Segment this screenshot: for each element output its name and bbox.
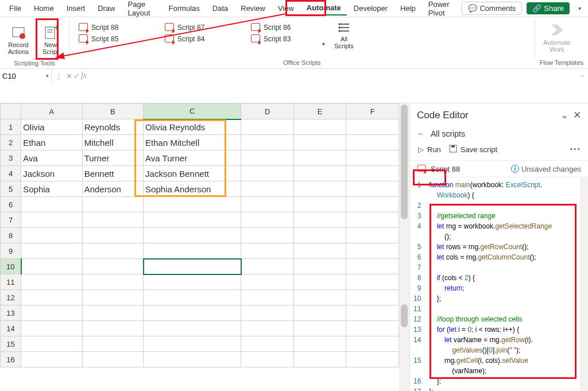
cell[interactable]: Ethan Mitchell: [144, 135, 241, 150]
cell[interactable]: [144, 352, 241, 367]
cell[interactable]: [82, 212, 143, 228]
cell[interactable]: [21, 243, 82, 259]
cell[interactable]: [241, 166, 294, 181]
cell[interactable]: [346, 181, 399, 197]
cell[interactable]: [293, 290, 346, 305]
row-header[interactable]: 8: [1, 228, 21, 243]
cell[interactable]: Ethan: [21, 135, 82, 150]
cell[interactable]: [82, 243, 143, 259]
cell[interactable]: [21, 336, 82, 352]
cell[interactable]: [346, 212, 399, 228]
cell[interactable]: [346, 321, 399, 336]
cell[interactable]: [346, 135, 399, 150]
cell[interactable]: [293, 336, 346, 352]
cell[interactable]: [346, 228, 399, 243]
cell[interactable]: [21, 197, 82, 212]
cell[interactable]: [346, 290, 399, 305]
back-icon[interactable]: ←: [417, 129, 425, 138]
fx-icon[interactable]: fx: [81, 71, 87, 80]
cell[interactable]: [241, 352, 294, 367]
cell[interactable]: [346, 119, 399, 135]
col-header-E[interactable]: E: [293, 104, 346, 119]
tab-draw[interactable]: Draw: [92, 2, 121, 15]
tab-page-layout[interactable]: Page Layout: [122, 0, 162, 20]
cell[interactable]: [346, 243, 399, 259]
cell[interactable]: Olivia: [21, 119, 82, 135]
tab-formulas[interactable]: Formulas: [163, 2, 206, 15]
row-header[interactable]: 5: [1, 181, 21, 197]
row-header[interactable]: 2: [1, 135, 21, 150]
cell[interactable]: [293, 274, 346, 290]
cell[interactable]: [144, 197, 241, 212]
cell[interactable]: [346, 197, 399, 212]
script-item[interactable]: Script 83: [251, 34, 314, 44]
cell[interactable]: [293, 119, 346, 135]
cell[interactable]: [21, 212, 82, 228]
cell[interactable]: [241, 212, 294, 228]
tab-review[interactable]: Review: [235, 2, 271, 15]
row-header[interactable]: 9: [1, 243, 21, 259]
tab-automate[interactable]: Automate: [301, 1, 347, 16]
row-header[interactable]: 12: [1, 290, 21, 305]
cell[interactable]: [346, 305, 399, 321]
scripts-gallery-expand[interactable]: ▾: [319, 18, 328, 53]
cell[interactable]: [144, 274, 241, 290]
col-header-D[interactable]: D: [241, 104, 294, 119]
worksheet[interactable]: A B C D E F 1OliviaReynoldsOlivia Reynol…: [0, 103, 399, 391]
row-header[interactable]: 7: [1, 212, 21, 228]
tab-power-pivot[interactable]: Power Pivot: [423, 0, 461, 20]
cell[interactable]: [144, 321, 241, 336]
close-icon[interactable]: ✕: [573, 109, 581, 121]
cell[interactable]: [21, 259, 82, 274]
script-item[interactable]: Script 87: [165, 23, 228, 32]
script-item[interactable]: Script 86: [251, 23, 314, 32]
share-button[interactable]: 🔗 Share: [527, 2, 570, 14]
cell[interactable]: [241, 197, 294, 212]
cell[interactable]: [346, 150, 399, 166]
cell[interactable]: [241, 135, 294, 150]
cell[interactable]: [346, 166, 399, 181]
run-button[interactable]: ▷ Run: [418, 145, 441, 154]
row-header[interactable]: 15: [1, 336, 21, 352]
chevron-down-icon[interactable]: ▾: [46, 73, 49, 79]
name-box[interactable]: ▾: [0, 69, 52, 83]
cell[interactable]: [293, 150, 346, 166]
row-header[interactable]: 14: [1, 321, 21, 336]
row-header[interactable]: 1: [1, 119, 21, 135]
cell[interactable]: [293, 228, 346, 243]
cell[interactable]: [82, 228, 143, 243]
tab-insert[interactable]: Insert: [61, 2, 91, 15]
cell[interactable]: [346, 274, 399, 290]
cell[interactable]: [241, 228, 294, 243]
cell[interactable]: Sophia Anderson: [144, 181, 241, 197]
cell[interactable]: [21, 352, 82, 367]
cell[interactable]: Reynolds: [82, 119, 143, 135]
col-header-A[interactable]: A: [21, 104, 82, 119]
cell[interactable]: [293, 166, 346, 181]
cell[interactable]: Turner: [82, 150, 143, 166]
cell[interactable]: [293, 135, 346, 150]
cell[interactable]: [241, 305, 294, 321]
record-actions-button[interactable]: RecordActions: [5, 18, 32, 59]
all-scripts-button[interactable]: AllScripts: [332, 18, 355, 49]
formula-expand-icon[interactable]: ⌄: [580, 71, 585, 78]
row-header[interactable]: 10: [1, 259, 21, 274]
cell[interactable]: [241, 243, 294, 259]
editor-scrollbar[interactable]: [580, 177, 588, 391]
cell[interactable]: [21, 290, 82, 305]
cell[interactable]: [82, 352, 143, 367]
script-item[interactable]: Script 85: [79, 34, 142, 44]
cell[interactable]: [241, 259, 294, 274]
share-dropdown[interactable]: ▾: [574, 2, 585, 15]
cell[interactable]: [346, 352, 399, 367]
cell[interactable]: Bennett: [82, 166, 143, 181]
cell[interactable]: [293, 352, 346, 367]
cell[interactable]: Mitchell: [82, 135, 143, 150]
select-all-corner[interactable]: [1, 104, 21, 119]
cell[interactable]: [144, 259, 241, 274]
cell[interactable]: Jackson Bennett: [144, 166, 241, 181]
accept-icon[interactable]: ✓: [74, 72, 80, 80]
col-header-C[interactable]: C: [144, 104, 241, 119]
cell[interactable]: [82, 259, 143, 274]
cell[interactable]: Sophia: [21, 181, 82, 197]
